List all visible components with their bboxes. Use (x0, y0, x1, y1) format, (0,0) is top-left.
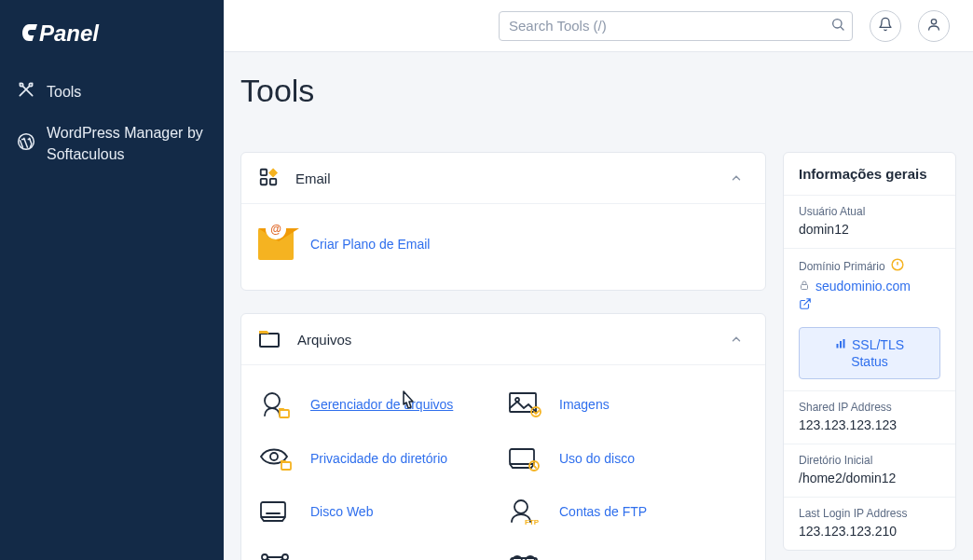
panel-header-files[interactable]: Arquivos (241, 314, 765, 364)
panel-email: Email @ Criar Plano de Email (240, 152, 766, 291)
tool-item-label: Uso do disco (559, 451, 635, 466)
disk-usage-icon (507, 445, 542, 471)
images-icon (507, 391, 542, 417)
notifications-button[interactable] (870, 10, 901, 42)
panel-files: Arquivos (240, 313, 766, 560)
tool-item-label: Gerenciador de arquivos (310, 397, 453, 412)
svg-point-1 (20, 83, 22, 86)
info-card: Informações gerais Usuário Atual domin12… (783, 152, 956, 551)
tool-item-disk-usage[interactable]: Uso do disco (507, 432, 748, 485)
directory-privacy-icon (258, 445, 294, 471)
web-disk-icon (258, 499, 294, 525)
tool-item-label: Criar Plano de Email (310, 237, 430, 252)
svg-rect-7 (261, 178, 267, 184)
svg-rect-19 (261, 502, 285, 517)
svg-point-5 (931, 19, 936, 23)
tool-item-ftp-accounts[interactable]: FTP Contas de FTP (507, 485, 748, 539)
svg-rect-16 (281, 462, 291, 470)
collapse-button[interactable] (724, 327, 748, 351)
tool-item-email-plan[interactable]: @ Criar Plano de Email (258, 215, 748, 273)
sidebar-item-label: Tools (47, 82, 207, 102)
search-input[interactable] (499, 11, 853, 41)
svg-rect-33 (836, 344, 838, 348)
chevron-up-icon (730, 333, 743, 346)
topbar (224, 0, 973, 52)
tool-item-web-disk[interactable]: Disco Web (258, 485, 500, 539)
user-icon (926, 17, 941, 35)
tool-item-anonymous-ftp[interactable]: FTP FTP anônimo (507, 539, 748, 560)
info-label: Last Login IP Address (799, 507, 940, 520)
lock-icon (799, 279, 810, 294)
svg-rect-11 (280, 410, 289, 417)
svg-rect-32 (802, 285, 808, 290)
ftp-accounts-icon: FTP (507, 498, 542, 526)
svg-point-15 (270, 453, 278, 460)
envelope-icon: @ (258, 228, 294, 260)
ssl-status-button[interactable]: SSL/TLS Status (799, 327, 940, 379)
sidebar-item-label: WordPress Manager by Softaculous (47, 123, 207, 165)
warning-icon (891, 258, 904, 275)
svg-text:Panel: Panel (39, 20, 100, 46)
panel-title: Email (295, 171, 707, 186)
search-wrap (499, 11, 853, 41)
info-label: Domínio Primário (799, 260, 885, 273)
svg-rect-9 (260, 334, 279, 347)
info-shared-ip: Shared IP Address 123.123.123.123 (784, 390, 955, 444)
chevron-up-icon (730, 171, 743, 184)
tool-item-label: Imagens (559, 397, 610, 412)
svg-point-10 (265, 393, 280, 408)
svg-text:FTP: FTP (525, 518, 540, 526)
panel-header-email[interactable]: Email (241, 153, 765, 203)
svg-rect-6 (261, 169, 267, 174)
svg-rect-35 (843, 339, 844, 348)
brand-logo[interactable]: Panel (0, 20, 224, 71)
tool-item-file-manager[interactable]: Gerenciador de arquivos (258, 376, 500, 432)
svg-point-20 (514, 500, 528, 513)
sidebar: Panel Tools WordPress Manager by Softacu… (0, 0, 224, 560)
open-domain-button[interactable] (799, 297, 940, 314)
apps-icon (258, 167, 279, 190)
info-card-title: Informações gerais (784, 153, 955, 195)
main: Tools Ema (224, 0, 973, 560)
collapse-button[interactable] (724, 166, 748, 190)
page-title: Tools (240, 73, 956, 109)
svg-rect-34 (840, 341, 842, 348)
info-label: Shared IP Address (799, 401, 940, 414)
tool-item-images[interactable]: Imagens (507, 376, 748, 432)
tool-item-ftp-connections[interactable]: FTP Conexões de FTP (258, 539, 500, 560)
wordpress-icon (17, 132, 35, 157)
info-label: Usuário Atual (799, 205, 940, 218)
panel-title: Arquivos (297, 332, 707, 348)
tool-item-label: Disco Web (310, 504, 373, 519)
file-manager-icon (258, 389, 294, 419)
tools-icon (17, 80, 35, 104)
anonymous-ftp-icon: FTP (507, 552, 542, 560)
bars-icon (835, 337, 846, 352)
info-home-dir: Diretório Inicial /home2/domin12 (784, 444, 955, 497)
sidebar-item-wordpress-manager[interactable]: WordPress Manager by Softaculous (0, 114, 224, 174)
folder-icon (258, 328, 281, 351)
sidebar-item-tools[interactable]: Tools (0, 71, 224, 114)
info-label: Diretório Inicial (799, 454, 940, 467)
svg-rect-8 (270, 178, 276, 184)
info-current-user: Usuário Atual domin12 (784, 195, 955, 248)
bell-icon (878, 17, 893, 35)
tool-item-label: Contas de FTP (559, 504, 647, 519)
info-primary-domain: Domínio Primário seudominio.com (784, 248, 955, 390)
tool-item-directory-privacy[interactable]: Privacidade do diretório (258, 432, 500, 485)
info-value: /home2/domin12 (799, 471, 940, 485)
info-value: domin12 (799, 222, 940, 237)
external-link-icon (799, 297, 812, 310)
account-button[interactable] (918, 10, 950, 42)
ftp-connections-icon: FTP (258, 552, 294, 560)
domain-value: seudominio.com (815, 279, 911, 294)
info-value: 123.123.123.210 (799, 524, 940, 539)
tool-item-label: Privacidade do diretório (310, 451, 447, 466)
primary-domain-link[interactable]: seudominio.com (799, 279, 940, 294)
info-last-login: Last Login IP Address 123.123.123.210 (784, 497, 955, 550)
svg-point-2 (29, 83, 32, 86)
info-value: 123.123.123.123 (799, 417, 940, 432)
